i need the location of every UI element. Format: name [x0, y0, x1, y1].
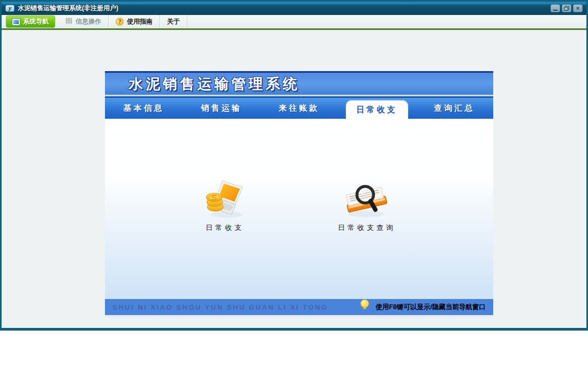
shortcut-label: 日常收支查询: [327, 223, 407, 233]
toolbar-item-label: 信息操作: [76, 17, 101, 26]
titlebar[interactable]: y 水泥销售运输管理系统(非注册用户) ×: [2, 2, 586, 15]
window-controls: ×: [551, 4, 583, 12]
watermark-text: SHUI NI XIAO SHOU YUN SHU GUAN LI XI TON…: [112, 303, 328, 311]
close-button[interactable]: ×: [573, 4, 583, 12]
tab-label: 日常收支: [346, 101, 408, 119]
f8-hint: 使用F8键可以显示/隐藏当前导航窗口: [358, 299, 486, 315]
app-icon: y: [5, 5, 14, 12]
laptop-coins-icon: [203, 211, 247, 220]
tab-label: 查询汇总: [434, 103, 475, 113]
tab-label: 基本信息: [124, 103, 164, 113]
toolbar-item-system-navigation[interactable]: 系统导航: [6, 16, 55, 28]
panel-banner-title: 水泥销售运输管理系统: [129, 74, 300, 94]
grid-icon: [65, 18, 72, 26]
toolbar: 系统导航 信息操作 ? 使用指南 关于: [2, 15, 586, 30]
shortcut-label: 日常收支: [185, 223, 265, 233]
tab-query-summary[interactable]: 查询汇总: [416, 98, 493, 119]
minimize-icon: [553, 10, 557, 11]
window-title: 水泥销售运输管理系统(非注册用户): [18, 4, 118, 13]
panel-content: 日常收支: [105, 119, 493, 299]
navigation-panel: 水泥销售运输管理系统 水泥销售运输管理系统 基本信息 销售运输 来往账款 日常收…: [105, 71, 493, 317]
monitor-icon: [12, 19, 20, 25]
panel-banner: 水泥销售运输管理系统 水泥销售运输管理系统: [105, 71, 493, 95]
panel-tabbar: 基本信息 销售运输 来往账款 日常收支 查询汇总: [105, 98, 493, 119]
shortcut-daily-income-expense-query[interactable]: 日常收支查询: [327, 179, 407, 233]
toolbar-item-about[interactable]: 关于: [160, 15, 187, 28]
toolbar-item-label: 系统导航: [23, 17, 49, 26]
tab-label: 销售运输: [201, 103, 242, 113]
app-window: y 水泥销售运输管理系统(非注册用户) × 系统导航 信息操作 ? 使用指南 关…: [0, 0, 588, 331]
panel-bottom-strip: [105, 315, 493, 317]
lightbulb-icon: [358, 299, 371, 315]
tab-basic-info[interactable]: 基本信息: [105, 98, 183, 119]
tab-label: 来往账款: [279, 103, 320, 113]
toolbar-item-info-operation[interactable]: 信息操作: [58, 15, 109, 28]
help-icon: ?: [116, 18, 124, 26]
shortcut-daily-income-expense[interactable]: 日常收支: [185, 179, 265, 233]
restore-button[interactable]: [562, 4, 571, 12]
panel-footer: SHUI NI XIAO SHOU YUN SHU GUAN LI XI TON…: [105, 299, 493, 315]
tab-accounts[interactable]: 来往账款: [260, 98, 338, 119]
toolbar-item-label: 关于: [167, 17, 180, 26]
tab-sales-transport[interactable]: 销售运输: [183, 98, 260, 119]
toolbar-item-user-guide[interactable]: ? 使用指南: [109, 15, 160, 28]
book-magnifier-icon: [340, 211, 394, 220]
toolbar-item-label: 使用指南: [127, 17, 153, 26]
tab-daily-income-expense[interactable]: 日常收支: [338, 98, 416, 119]
minimize-button[interactable]: [551, 4, 560, 12]
restore-icon: [564, 6, 569, 11]
f8-hint-text: 使用F8键可以显示/隐藏当前导航窗口: [375, 303, 486, 312]
